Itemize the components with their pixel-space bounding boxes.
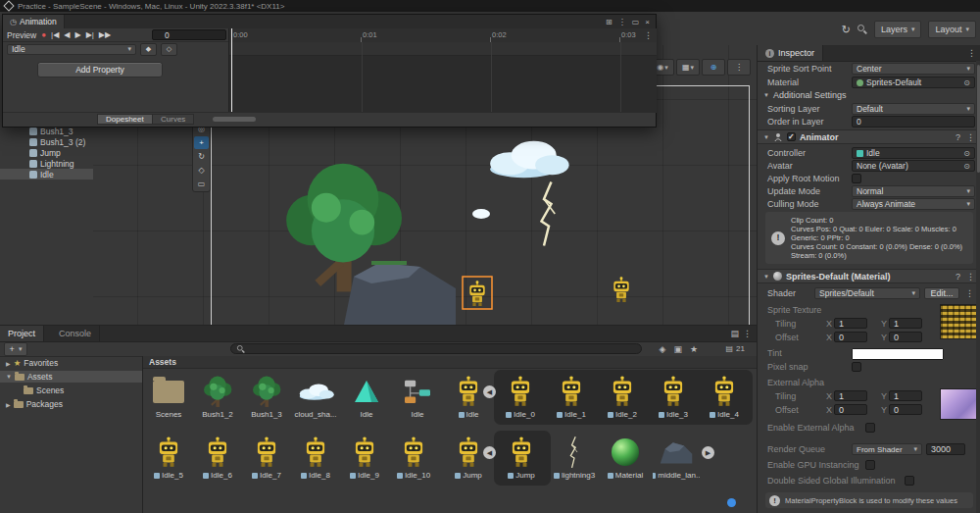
asset-idle-7[interactable]: Idle_7 — [243, 435, 290, 480]
asset-bush1-2[interactable]: Bush1_2 — [194, 374, 241, 419]
kebab-icon[interactable]: ⋮ — [967, 48, 976, 58]
close-icon[interactable]: × — [645, 18, 650, 26]
add-event-button[interactable]: ◇ — [161, 43, 177, 56]
update-mode-dropdown[interactable]: Normal ▾ — [852, 185, 975, 197]
tab-animation[interactable]: ◷ Animation — [3, 15, 65, 28]
double-sided-gi-checkbox[interactable] — [905, 476, 914, 486]
clip-dropdown[interactable]: Idle ▾ — [7, 44, 136, 55]
collapse-subassets-button[interactable]: ◀ — [483, 385, 496, 398]
dopesheet-toggle[interactable]: Dopesheet — [97, 114, 153, 125]
additional-settings-foldout[interactable]: ▼ Additional Settings — [763, 90, 847, 100]
enable-external-alpha-checkbox[interactable] — [865, 423, 875, 433]
apply-root-motion-checkbox[interactable] — [852, 174, 861, 183]
asset-idle-6[interactable]: Idle_6 — [194, 435, 241, 480]
avatar-object-field[interactable]: None (Avatar) ⊙ — [852, 160, 975, 172]
layout-dropdown[interactable]: Layout ▾ — [928, 21, 976, 38]
pixel-snap-checkbox[interactable] — [852, 362, 861, 372]
hierarchy-item-bush1-3-2[interactable]: Bush1_3 (2) — [0, 136, 93, 147]
tab-project[interactable]: Project — [0, 326, 44, 341]
render-queue-number-field[interactable]: 3000 — [926, 443, 965, 455]
object-picker-icon[interactable]: ⊙ — [963, 162, 970, 171]
previous-key-button[interactable]: ◀ — [64, 30, 70, 39]
filter-by-label-icon[interactable]: ▣ — [673, 344, 682, 354]
layout-grid-icon[interactable]: ▤ — [730, 329, 739, 338]
asset-idle-animator-controller[interactable]: Idle — [394, 374, 441, 419]
sprite-texture-thumbnail[interactable] — [940, 304, 977, 339]
tint-color-swatch[interactable] — [852, 348, 944, 360]
object-picker-icon[interactable]: ⊙ — [963, 149, 970, 158]
offset-x-field[interactable]: 0 — [834, 332, 867, 342]
animator-component-header[interactable]: ▼ ✓ Animator ? ⋮ — [758, 129, 980, 144]
asset-idle-1[interactable]: Idle_1 — [548, 374, 595, 419]
search-icon[interactable] — [858, 25, 867, 34]
asset-material[interactable]: Material — [602, 435, 649, 480]
save-search-icon[interactable]: ★ — [690, 344, 698, 354]
object-picker-icon[interactable]: ⊙ — [963, 78, 970, 87]
tree-item-scenes[interactable]: Scenes — [0, 385, 142, 396]
asset-scenes-folder[interactable]: Scenes — [145, 374, 192, 419]
collapse-subassets-button[interactable]: ◀ — [483, 446, 496, 459]
render-queue-dropdown[interactable]: From Shader ▾ — [852, 443, 922, 455]
play-button[interactable]: ▶ — [74, 30, 80, 39]
rotate-tool-button[interactable]: ↻ — [194, 150, 209, 163]
window-menu-icon[interactable]: ⋮ — [618, 18, 626, 26]
order-in-layer-field[interactable]: 0 — [852, 116, 975, 128]
hidden-count-icon[interactable]: ▤ — [726, 344, 734, 353]
maximize-icon[interactable]: ▭ — [632, 18, 640, 26]
hierarchy-item-lightning[interactable]: Lightning — [0, 158, 93, 169]
animator-enabled-checkbox[interactable]: ✓ — [787, 132, 796, 141]
controller-object-field[interactable]: Idle ⊙ — [852, 147, 975, 159]
curves-toggle[interactable]: Curves — [152, 114, 194, 125]
dock-icon[interactable]: ⊞ — [606, 18, 612, 26]
move-tool-button[interactable]: + — [194, 136, 209, 149]
sorting-layer-dropdown[interactable]: Default ▾ — [852, 103, 975, 115]
shader-dropdown[interactable]: Sprites/Default ▾ — [814, 287, 920, 299]
scene-menu-button[interactable]: ⋮ — [727, 59, 751, 76]
asset-idle-5[interactable]: Idle_5 — [145, 435, 192, 480]
ruler-menu-icon[interactable]: ⋮ — [644, 30, 653, 40]
external-alpha-thumbnail[interactable] — [940, 388, 977, 420]
asset-idle-10[interactable]: Idle_10 — [390, 435, 437, 480]
asset-middle-land[interactable]: middle_lan... — [653, 435, 700, 480]
kebab-icon[interactable]: ⋮ — [966, 272, 975, 282]
kebab-icon[interactable]: ⋮ — [743, 329, 752, 338]
shader-edit-button[interactable]: Edit... — [924, 287, 959, 299]
asset-bush1-3[interactable]: Bush1_3 — [243, 374, 290, 419]
filter-by-type-icon[interactable]: ◈ — [659, 344, 665, 354]
asset-idle-4[interactable]: Idle_4 — [701, 374, 748, 419]
kebab-icon[interactable]: ⋮ — [966, 132, 975, 142]
gizmos-toggle[interactable]: ⊕ — [702, 59, 725, 76]
hierarchy-item-jump[interactable]: Jump — [0, 147, 93, 158]
asset-idle-2[interactable]: Idle_2 — [599, 374, 646, 419]
frame-field[interactable]: 0 — [152, 29, 226, 40]
gpu-instancing-checkbox[interactable] — [865, 460, 875, 470]
history-icon[interactable]: ↻ — [842, 25, 851, 35]
asset-jump-sprite[interactable]: Jump — [498, 435, 545, 480]
add-keyframe-button[interactable]: ◆ — [140, 43, 157, 56]
scale-tool-button[interactable]: ◇ — [194, 164, 209, 177]
inspector-scrollbar[interactable] — [976, 61, 980, 513]
tree-item-assets[interactable]: ▼ Assets — [0, 371, 142, 383]
ea-tiling-x-field[interactable]: 1 — [834, 390, 867, 401]
project-search-field[interactable] — [230, 343, 642, 354]
tiling-y-field[interactable]: 1 — [889, 318, 922, 329]
tiling-x-field[interactable]: 1 — [834, 318, 867, 329]
offset-y-field[interactable]: 0 — [889, 332, 922, 342]
horizontal-scrollbar[interactable] — [213, 117, 256, 122]
tree-item-packages[interactable]: ▶ Packages — [0, 398, 142, 410]
asset-idle-8[interactable]: Idle_8 — [292, 435, 339, 480]
ea-tiling-y-field[interactable]: 1 — [889, 390, 922, 401]
hierarchy-item-idle-selected[interactable]: Idle — [0, 169, 93, 180]
next-key-button[interactable]: ▶| — [86, 30, 94, 39]
ea-offset-x-field[interactable]: 0 — [834, 404, 867, 415]
asset-idle-3[interactable]: Idle_3 — [650, 374, 697, 419]
record-button[interactable]: ● — [41, 30, 46, 39]
help-icon[interactable]: ? — [956, 132, 960, 142]
preview-toggle[interactable]: Preview — [7, 30, 36, 40]
add-property-button[interactable]: Add Property — [37, 62, 163, 77]
culling-mode-dropdown[interactable]: Always Animate ▾ — [852, 198, 975, 210]
asset-idle-0[interactable]: Idle_0 — [497, 374, 544, 419]
asset-cloud-shape[interactable]: cloud_sha... — [292, 374, 339, 419]
material-object-field[interactable]: Sprites-Default ⊙ — [852, 77, 975, 88]
project-search-input[interactable] — [250, 343, 636, 354]
